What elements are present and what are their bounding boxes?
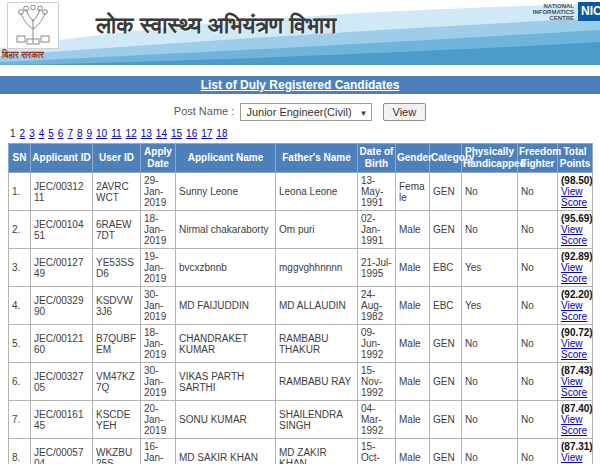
page-link-3[interactable]: 3: [29, 128, 35, 139]
page-link-9[interactable]: 9: [87, 128, 93, 139]
page-link-10[interactable]: 10: [96, 128, 107, 139]
cell-gender: Male: [396, 439, 430, 464]
nic-logo: NIC: [578, 2, 600, 21]
view-score-link[interactable]: View Score: [561, 186, 587, 208]
cell-user_id: 2AVRCWCT: [93, 173, 141, 211]
cell-apply_date: 30-Jan-2019: [141, 363, 176, 401]
cell-freedom_fighter: No: [518, 249, 558, 287]
cell-user_id: B7QUBFEM: [93, 325, 141, 363]
cell-dob: 15-Oct-1993: [358, 439, 396, 464]
total-points-value: (87.31): [561, 441, 593, 452]
view-score-link[interactable]: View Score: [561, 262, 587, 284]
post-filter: Post Name : Junior Engineer(Civil)▼ View: [0, 103, 600, 121]
post-name-select[interactable]: Junior Engineer(Civil)▼: [240, 103, 372, 121]
cell-apply_date: 16-Jan-2019: [141, 439, 176, 464]
page-link-12[interactable]: 12: [126, 128, 137, 139]
page-link-11[interactable]: 11: [111, 128, 121, 139]
cell-total_points: (95.69) View Score: [558, 211, 593, 249]
cell-total_points: (87.43) View Score: [558, 363, 593, 401]
page-link-2[interactable]: 2: [20, 128, 26, 139]
page-link-14[interactable]: 14: [156, 128, 167, 139]
cell-sn: 1.: [9, 173, 31, 211]
view-score-link[interactable]: View Score: [561, 300, 587, 322]
cell-applicant_id: JEC/0010451: [31, 211, 93, 249]
cell-user_id: 6RAEW7DT: [93, 211, 141, 249]
view-score-link[interactable]: View Score: [561, 452, 587, 464]
col-header-total_points: Total Points: [558, 144, 593, 173]
page-link-8[interactable]: 8: [77, 128, 83, 139]
cell-dob: 24-Aug-1982: [358, 287, 396, 325]
page-link-7[interactable]: 7: [67, 128, 73, 139]
cell-category: GEN: [430, 173, 462, 211]
header-banner: बिहार सरकार लोक स्वास्थ्य अभियंत्रण विभा…: [0, 0, 600, 65]
cell-sn: 2.: [9, 211, 31, 249]
cell-physically_handicapped: No: [462, 173, 518, 211]
page-link-5[interactable]: 5: [48, 128, 54, 139]
cell-father_name: Leona Leone: [276, 173, 358, 211]
cell-physically_handicapped: Yes: [462, 249, 518, 287]
nic-text: NATIONAL INFORMATICS CENTRE: [533, 3, 574, 21]
cell-apply_date: 30-Jan-2019: [141, 287, 176, 325]
cell-category: GEN: [430, 439, 462, 464]
cell-applicant_name: Nirmal chakaraborty: [176, 211, 276, 249]
page-link-17[interactable]: 17: [201, 128, 212, 139]
cell-apply_date: 18-Jan-2019: [141, 211, 176, 249]
cell-physically_handicapped: No: [462, 211, 518, 249]
view-score-link[interactable]: View Score: [561, 338, 587, 360]
cell-sn: 7.: [9, 401, 31, 439]
page-link-16[interactable]: 16: [186, 128, 197, 139]
table-body: 1.JEC/00312112AVRCWCT29-Jan-2019Sunny Le…: [9, 173, 593, 464]
cell-category: GEN: [430, 211, 462, 249]
page-link-4[interactable]: 4: [39, 128, 45, 139]
table-row: 5.JEC/0012160B7QUBFEM18-Jan-2019CHANDRAK…: [9, 325, 593, 363]
department-title: लोक स्वास्थ्य अभियंत्रण विभाग: [96, 12, 336, 39]
cell-dob: 15-Nov-1992: [358, 363, 396, 401]
total-points-value: (92.89): [561, 251, 593, 262]
cell-category: EBC: [430, 287, 462, 325]
page-link-15[interactable]: 15: [171, 128, 182, 139]
page-link-6[interactable]: 6: [58, 128, 64, 139]
page-link-13[interactable]: 13: [141, 128, 152, 139]
cell-father_name: RAMBABU RAY: [276, 363, 358, 401]
pagination: 123456789101112131415161718: [10, 128, 600, 139]
page-link-1: 1: [10, 128, 16, 139]
bihar-government-emblem: [7, 2, 59, 49]
table-row: 3.JEC/0012749YE53SSD619-Jan-2019bvcxzbnn…: [9, 249, 593, 287]
page-link-18[interactable]: 18: [216, 128, 227, 139]
cell-dob: 13-May-1991: [358, 173, 396, 211]
cell-physically_handicapped: No: [462, 401, 518, 439]
cell-total_points: (87.40) View Score: [558, 401, 593, 439]
cell-category: EBC: [430, 249, 462, 287]
cell-freedom_fighter: No: [518, 363, 558, 401]
total-points-value: (92.20): [561, 289, 593, 300]
cell-apply_date: 18-Jan-2019: [141, 325, 176, 363]
cell-freedom_fighter: No: [518, 287, 558, 325]
bodhi-tree-icon: [13, 5, 53, 47]
table-row: 6.JEC/0032705VM47KZ7Q30-Jan-2019VIKAS PA…: [9, 363, 593, 401]
table-row: 2.JEC/00104516RAEW7DT18-Jan-2019Nirmal c…: [9, 211, 593, 249]
cell-applicant_name: MD SAKIR KHAN: [176, 439, 276, 464]
col-header-category: Category: [430, 144, 462, 173]
cell-apply_date: 19-Jan-2019: [141, 249, 176, 287]
cell-freedom_fighter: No: [518, 325, 558, 363]
view-score-link[interactable]: View Score: [561, 224, 587, 246]
cell-user_id: VM47KZ7Q: [93, 363, 141, 401]
view-score-link[interactable]: View Score: [561, 376, 587, 398]
table-row: 7.JEC/0016145KSCDEYEH20-Jan-2019SONU KUM…: [9, 401, 593, 439]
cell-applicant_name: Sunny Leone: [176, 173, 276, 211]
table-row: 1.JEC/00312112AVRCWCT29-Jan-2019Sunny Le…: [9, 173, 593, 211]
cell-applicant_id: JEC/0012749: [31, 249, 93, 287]
col-header-father_name: Father's Name: [276, 144, 358, 173]
view-button[interactable]: View: [383, 103, 427, 121]
emblem-caption: बिहार सरकार: [2, 50, 68, 61]
cell-freedom_fighter: No: [518, 211, 558, 249]
cell-total_points: (87.31) View Score: [558, 439, 593, 464]
cell-gender: Male: [396, 401, 430, 439]
cell-sn: 6.: [9, 363, 31, 401]
cell-sn: 5.: [9, 325, 31, 363]
total-points-value: (90.72): [561, 327, 593, 338]
cell-gender: Female: [396, 173, 430, 211]
view-score-link[interactable]: View Score: [561, 414, 587, 436]
page-title: List of Duly Registered Candidates: [201, 78, 400, 92]
col-header-physically_handicapped: Physically Handicapped: [462, 144, 518, 173]
